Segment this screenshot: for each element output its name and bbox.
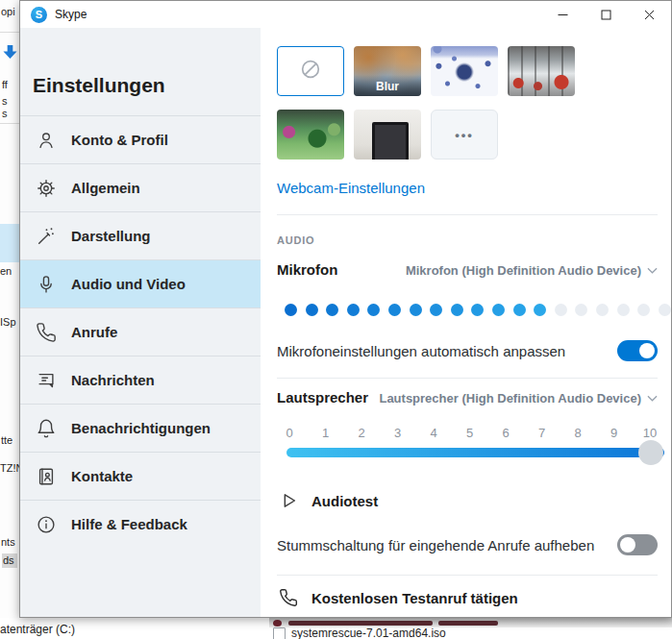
play-icon (278, 490, 299, 511)
volume-scale-tick: 4 (424, 426, 443, 440)
chevron-down-icon (647, 267, 658, 274)
sidebar-item-anrufe[interactable]: Anrufe (20, 307, 261, 356)
mic-level-dot (430, 304, 442, 316)
volume-scale-tick: 10 (640, 426, 660, 440)
background-thumb-mirror[interactable] (354, 110, 421, 160)
sidebar-item-benachrichtigungen[interactable]: Benachrichtigungen (20, 404, 261, 452)
volume-scale-tick: 0 (280, 426, 299, 440)
sidebar-item-audio-und-video[interactable]: Audio und Video (20, 259, 261, 307)
audio-test-label: Audiotest (311, 493, 378, 509)
background-selection (0, 224, 19, 262)
background-thumb-playroom[interactable] (277, 110, 344, 160)
volume-scale-tick: 2 (352, 426, 371, 440)
background-thumb-none[interactable] (277, 46, 344, 96)
sidebar-item-label: Anrufe (71, 324, 117, 340)
sidebar-item-label: Audio und Video (71, 276, 186, 292)
audio-video-panel: Blur••• Webcam-Einstellungen AUDIO Mikro… (261, 28, 671, 617)
background-thumb-porcelain[interactable] (431, 46, 498, 96)
background-divider (0, 123, 19, 124)
sidebar-item-label: Kontakte (71, 468, 133, 484)
background-text-fragment: TZ!N (0, 462, 20, 474)
background-file-row: systemrescue-7.01-amd64.iso (273, 627, 446, 639)
sidebar-item-label: Nachrichten (71, 372, 155, 388)
download-arrow-icon (3, 44, 17, 63)
volume-scale: 012345678910 (280, 426, 660, 440)
speaker-device-dropdown[interactable]: Lautsprecher (High Definition Audio Devi… (379, 391, 658, 406)
auto-adjust-toggle[interactable] (617, 340, 658, 361)
audio-section-label: AUDIO (277, 234, 314, 246)
sidebar-item-kontakte[interactable]: Kontakte (20, 452, 261, 500)
mic-level-dot (388, 304, 401, 316)
skype-logo-icon: S (31, 7, 47, 23)
background-text-fragment: opi (1, 6, 15, 17)
sidebar-item-darstellung[interactable]: Darstellung (20, 211, 261, 259)
volume-scale-tick: 1 (316, 426, 336, 440)
mic-level-dot (326, 304, 338, 316)
file-name: systemrescue-7.01-amd64.iso (291, 627, 446, 639)
section-divider (277, 214, 658, 215)
volume-slider-track[interactable] (286, 448, 664, 457)
thumb-label: Blur (354, 80, 421, 93)
microphone-icon (36, 274, 57, 295)
titlebar: S Skype (20, 1, 671, 28)
background-text-fragment: s (2, 95, 8, 107)
unmute-incoming-label: Stummschaltung für eingehende Anrufe auf… (277, 537, 594, 553)
sidebar-item-hilfe-feedback[interactable]: Hilfe & Feedback (20, 500, 261, 548)
mic-level-dot (555, 304, 567, 316)
sidebar-item-label: Hilfe & Feedback (71, 516, 187, 532)
phone-icon (36, 322, 57, 343)
info-icon (36, 514, 57, 535)
wand-icon (36, 226, 57, 247)
mic-level-dot (492, 304, 505, 316)
audio-test-button[interactable]: Audiotest (278, 490, 378, 511)
mic-level-dot (617, 304, 630, 316)
volume-scale-tick: 3 (388, 426, 408, 440)
microphone-device-dropdown[interactable]: Mikrofon (High Definition Audio Device) (406, 263, 658, 278)
background-divider (0, 32, 19, 33)
free-test-call-label: Kostenlosen Testanruf tätigen (311, 590, 518, 606)
toggle-knob (620, 537, 635, 553)
background-thumbnails: Blur••• (277, 46, 585, 160)
minimize-button[interactable] (541, 1, 585, 28)
maximize-button[interactable] (585, 1, 628, 28)
free-test-call-button[interactable]: Kostenlosen Testanruf tätigen (279, 588, 518, 607)
clipped-text (438, 621, 498, 626)
sidebar-item-label: Konto & Profil (71, 132, 168, 148)
volume-scale-tick: 8 (568, 426, 587, 440)
sidebar-item-label: Darstellung (71, 228, 151, 244)
mic-level-dot (306, 304, 318, 316)
sidebar-item-label: Benachrichtigungen (71, 420, 211, 436)
sidebar-item-nachrichten[interactable]: Nachrichten (20, 356, 261, 404)
mic-level-indicator (285, 304, 671, 316)
unmute-incoming-toggle[interactable] (617, 534, 658, 555)
background-text-fragment: ff (2, 79, 8, 90)
background-thumb-more[interactable]: ••• (431, 110, 498, 160)
message-icon (36, 370, 57, 391)
sidebar-item-allgemein[interactable]: Allgemein (20, 163, 261, 211)
sidebar-item-konto-profil[interactable]: Konto & Profil (20, 115, 261, 163)
settings-sidebar: Einstellungen Konto & ProfilAllgemeinDar… (20, 28, 261, 617)
file-icon (273, 620, 282, 627)
background-drive-label: atenträger (C:) (0, 623, 75, 636)
background-thumb-office[interactable] (508, 46, 575, 96)
volume-scale-tick: 9 (605, 426, 624, 440)
section-divider (277, 575, 658, 576)
webcam-settings-link[interactable]: Webcam-Einstellungen (277, 180, 425, 196)
background-window-strip: opiffssenISptteTZ!Nntsds (0, 0, 20, 618)
volume-scale-tick: 7 (533, 426, 552, 440)
close-button[interactable] (628, 1, 671, 28)
microphone-label: Mikrofon (277, 261, 337, 278)
volume-slider-thumb[interactable] (638, 440, 663, 465)
background-text-fragment: ISp (0, 316, 16, 328)
background-thumb-blur[interactable]: Blur (354, 46, 421, 96)
mic-level-dot (347, 304, 360, 316)
mic-level-dot (513, 304, 526, 316)
section-divider (277, 378, 658, 379)
bell-icon (36, 418, 57, 439)
mic-level-dot (410, 304, 422, 316)
speaker-label: Lautsprecher (277, 389, 368, 406)
file-icon (273, 627, 286, 639)
mic-level-dot (659, 304, 671, 316)
microphone-device-value: Mikrofon (High Definition Audio Device) (406, 263, 641, 278)
auto-adjust-label: Mikrofoneinstellungen automatisch anpass… (277, 343, 565, 359)
